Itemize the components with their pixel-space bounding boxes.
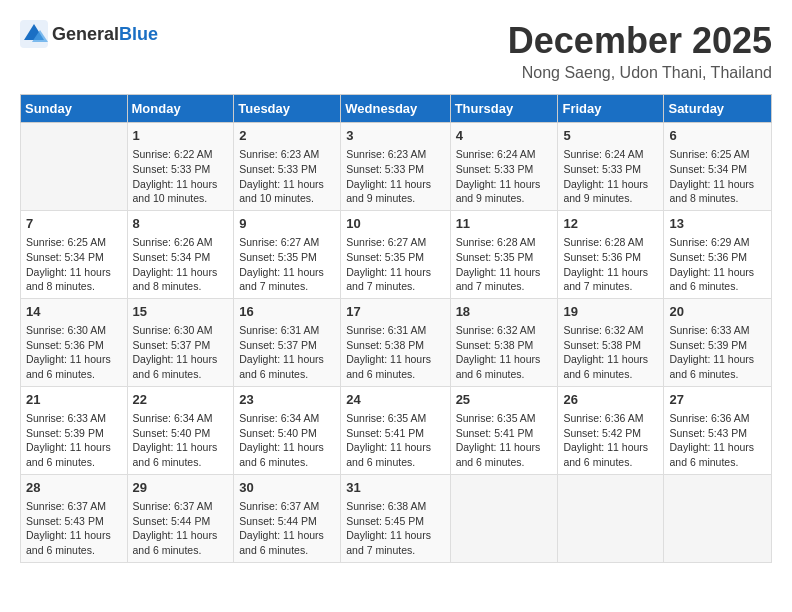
cell-info: Sunrise: 6:33 AMSunset: 5:39 PMDaylight:… bbox=[669, 323, 766, 382]
cell-day-number: 4 bbox=[456, 127, 553, 145]
cell-info: Sunrise: 6:28 AMSunset: 5:35 PMDaylight:… bbox=[456, 235, 553, 294]
cell-day-number: 16 bbox=[239, 303, 335, 321]
calendar-cell bbox=[558, 474, 664, 562]
logo-general: General bbox=[52, 24, 119, 44]
calendar-cell: 21Sunrise: 6:33 AMSunset: 5:39 PMDayligh… bbox=[21, 386, 128, 474]
calendar-cell: 18Sunrise: 6:32 AMSunset: 5:38 PMDayligh… bbox=[450, 298, 558, 386]
cell-day-number: 29 bbox=[133, 479, 229, 497]
calendar-cell: 27Sunrise: 6:36 AMSunset: 5:43 PMDayligh… bbox=[664, 386, 772, 474]
calendar-week-3: 14Sunrise: 6:30 AMSunset: 5:36 PMDayligh… bbox=[21, 298, 772, 386]
cell-day-number: 17 bbox=[346, 303, 444, 321]
cell-day-number: 18 bbox=[456, 303, 553, 321]
cell-info: Sunrise: 6:32 AMSunset: 5:38 PMDaylight:… bbox=[456, 323, 553, 382]
calendar-cell: 3Sunrise: 6:23 AMSunset: 5:33 PMDaylight… bbox=[341, 123, 450, 211]
cell-info: Sunrise: 6:25 AMSunset: 5:34 PMDaylight:… bbox=[669, 147, 766, 206]
calendar-cell: 17Sunrise: 6:31 AMSunset: 5:38 PMDayligh… bbox=[341, 298, 450, 386]
calendar-cell: 23Sunrise: 6:34 AMSunset: 5:40 PMDayligh… bbox=[234, 386, 341, 474]
cell-info: Sunrise: 6:34 AMSunset: 5:40 PMDaylight:… bbox=[133, 411, 229, 470]
cell-info: Sunrise: 6:37 AMSunset: 5:44 PMDaylight:… bbox=[133, 499, 229, 558]
calendar-cell: 16Sunrise: 6:31 AMSunset: 5:37 PMDayligh… bbox=[234, 298, 341, 386]
logo: GeneralBlue bbox=[20, 20, 158, 48]
calendar-cell: 20Sunrise: 6:33 AMSunset: 5:39 PMDayligh… bbox=[664, 298, 772, 386]
calendar-cell bbox=[21, 123, 128, 211]
header-day-friday: Friday bbox=[558, 95, 664, 123]
calendar-week-4: 21Sunrise: 6:33 AMSunset: 5:39 PMDayligh… bbox=[21, 386, 772, 474]
cell-day-number: 2 bbox=[239, 127, 335, 145]
cell-day-number: 20 bbox=[669, 303, 766, 321]
cell-info: Sunrise: 6:36 AMSunset: 5:43 PMDaylight:… bbox=[669, 411, 766, 470]
cell-day-number: 24 bbox=[346, 391, 444, 409]
cell-day-number: 28 bbox=[26, 479, 122, 497]
cell-info: Sunrise: 6:25 AMSunset: 5:34 PMDaylight:… bbox=[26, 235, 122, 294]
cell-day-number: 12 bbox=[563, 215, 658, 233]
calendar-cell: 19Sunrise: 6:32 AMSunset: 5:38 PMDayligh… bbox=[558, 298, 664, 386]
cell-day-number: 27 bbox=[669, 391, 766, 409]
calendar-table: SundayMondayTuesdayWednesdayThursdayFrid… bbox=[20, 94, 772, 563]
cell-info: Sunrise: 6:27 AMSunset: 5:35 PMDaylight:… bbox=[346, 235, 444, 294]
cell-info: Sunrise: 6:24 AMSunset: 5:33 PMDaylight:… bbox=[563, 147, 658, 206]
cell-day-number: 21 bbox=[26, 391, 122, 409]
cell-info: Sunrise: 6:37 AMSunset: 5:43 PMDaylight:… bbox=[26, 499, 122, 558]
header: GeneralBlue December 2025 Nong Saeng, Ud… bbox=[20, 20, 772, 82]
cell-day-number: 30 bbox=[239, 479, 335, 497]
calendar-week-1: 1Sunrise: 6:22 AMSunset: 5:33 PMDaylight… bbox=[21, 123, 772, 211]
cell-info: Sunrise: 6:34 AMSunset: 5:40 PMDaylight:… bbox=[239, 411, 335, 470]
calendar-week-2: 7Sunrise: 6:25 AMSunset: 5:34 PMDaylight… bbox=[21, 210, 772, 298]
calendar-cell: 13Sunrise: 6:29 AMSunset: 5:36 PMDayligh… bbox=[664, 210, 772, 298]
cell-info: Sunrise: 6:38 AMSunset: 5:45 PMDaylight:… bbox=[346, 499, 444, 558]
cell-day-number: 22 bbox=[133, 391, 229, 409]
cell-info: Sunrise: 6:37 AMSunset: 5:44 PMDaylight:… bbox=[239, 499, 335, 558]
calendar-cell: 9Sunrise: 6:27 AMSunset: 5:35 PMDaylight… bbox=[234, 210, 341, 298]
calendar-cell: 25Sunrise: 6:35 AMSunset: 5:41 PMDayligh… bbox=[450, 386, 558, 474]
calendar-cell: 1Sunrise: 6:22 AMSunset: 5:33 PMDaylight… bbox=[127, 123, 234, 211]
calendar-cell: 5Sunrise: 6:24 AMSunset: 5:33 PMDaylight… bbox=[558, 123, 664, 211]
calendar-cell bbox=[664, 474, 772, 562]
cell-day-number: 1 bbox=[133, 127, 229, 145]
calendar-cell: 26Sunrise: 6:36 AMSunset: 5:42 PMDayligh… bbox=[558, 386, 664, 474]
cell-info: Sunrise: 6:24 AMSunset: 5:33 PMDaylight:… bbox=[456, 147, 553, 206]
cell-info: Sunrise: 6:31 AMSunset: 5:37 PMDaylight:… bbox=[239, 323, 335, 382]
cell-info: Sunrise: 6:30 AMSunset: 5:37 PMDaylight:… bbox=[133, 323, 229, 382]
cell-day-number: 19 bbox=[563, 303, 658, 321]
calendar-cell: 10Sunrise: 6:27 AMSunset: 5:35 PMDayligh… bbox=[341, 210, 450, 298]
cell-info: Sunrise: 6:32 AMSunset: 5:38 PMDaylight:… bbox=[563, 323, 658, 382]
cell-info: Sunrise: 6:23 AMSunset: 5:33 PMDaylight:… bbox=[346, 147, 444, 206]
header-day-saturday: Saturday bbox=[664, 95, 772, 123]
cell-info: Sunrise: 6:29 AMSunset: 5:36 PMDaylight:… bbox=[669, 235, 766, 294]
calendar-cell: 6Sunrise: 6:25 AMSunset: 5:34 PMDaylight… bbox=[664, 123, 772, 211]
header-day-tuesday: Tuesday bbox=[234, 95, 341, 123]
cell-day-number: 6 bbox=[669, 127, 766, 145]
calendar-cell: 29Sunrise: 6:37 AMSunset: 5:44 PMDayligh… bbox=[127, 474, 234, 562]
calendar-cell: 4Sunrise: 6:24 AMSunset: 5:33 PMDaylight… bbox=[450, 123, 558, 211]
header-day-thursday: Thursday bbox=[450, 95, 558, 123]
calendar-cell: 30Sunrise: 6:37 AMSunset: 5:44 PMDayligh… bbox=[234, 474, 341, 562]
cell-info: Sunrise: 6:30 AMSunset: 5:36 PMDaylight:… bbox=[26, 323, 122, 382]
cell-day-number: 15 bbox=[133, 303, 229, 321]
cell-day-number: 13 bbox=[669, 215, 766, 233]
title-block: December 2025 Nong Saeng, Udon Thani, Th… bbox=[508, 20, 772, 82]
cell-info: Sunrise: 6:33 AMSunset: 5:39 PMDaylight:… bbox=[26, 411, 122, 470]
header-day-monday: Monday bbox=[127, 95, 234, 123]
location-title: Nong Saeng, Udon Thani, Thailand bbox=[508, 64, 772, 82]
cell-info: Sunrise: 6:31 AMSunset: 5:38 PMDaylight:… bbox=[346, 323, 444, 382]
cell-info: Sunrise: 6:23 AMSunset: 5:33 PMDaylight:… bbox=[239, 147, 335, 206]
calendar-cell: 11Sunrise: 6:28 AMSunset: 5:35 PMDayligh… bbox=[450, 210, 558, 298]
logo-icon bbox=[20, 20, 48, 48]
cell-info: Sunrise: 6:27 AMSunset: 5:35 PMDaylight:… bbox=[239, 235, 335, 294]
calendar-cell bbox=[450, 474, 558, 562]
calendar-cell: 31Sunrise: 6:38 AMSunset: 5:45 PMDayligh… bbox=[341, 474, 450, 562]
calendar-header-row: SundayMondayTuesdayWednesdayThursdayFrid… bbox=[21, 95, 772, 123]
cell-day-number: 26 bbox=[563, 391, 658, 409]
cell-day-number: 7 bbox=[26, 215, 122, 233]
calendar-cell: 12Sunrise: 6:28 AMSunset: 5:36 PMDayligh… bbox=[558, 210, 664, 298]
cell-day-number: 8 bbox=[133, 215, 229, 233]
cell-day-number: 10 bbox=[346, 215, 444, 233]
cell-info: Sunrise: 6:22 AMSunset: 5:33 PMDaylight:… bbox=[133, 147, 229, 206]
logo-blue: Blue bbox=[119, 24, 158, 44]
cell-day-number: 23 bbox=[239, 391, 335, 409]
calendar-cell: 7Sunrise: 6:25 AMSunset: 5:34 PMDaylight… bbox=[21, 210, 128, 298]
cell-day-number: 3 bbox=[346, 127, 444, 145]
calendar-week-5: 28Sunrise: 6:37 AMSunset: 5:43 PMDayligh… bbox=[21, 474, 772, 562]
calendar-cell: 8Sunrise: 6:26 AMSunset: 5:34 PMDaylight… bbox=[127, 210, 234, 298]
cell-day-number: 9 bbox=[239, 215, 335, 233]
